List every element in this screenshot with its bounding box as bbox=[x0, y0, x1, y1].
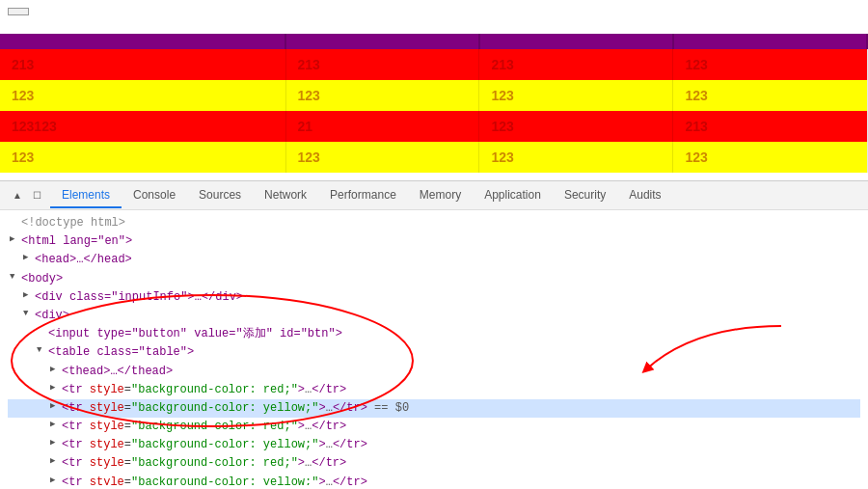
table-header-row bbox=[0, 34, 867, 49]
cell-r0-c2: 213 bbox=[479, 49, 673, 80]
cell-r1-c1: 123 bbox=[285, 80, 479, 111]
code-text: <body> bbox=[21, 270, 63, 288]
code-line-line7: <input type="button" value="添加" id="btn"… bbox=[8, 325, 860, 343]
code-line-line2: ▶<html lang="en"> bbox=[8, 232, 860, 251]
cell-r3-c1: 123 bbox=[285, 142, 479, 173]
code-line-line15: ▶<tr style="background-color: yellow;">…… bbox=[8, 474, 860, 485]
code-line-line1: <!doctype html> bbox=[8, 214, 860, 232]
code-text: <input type="button" value="添加" id="btn"… bbox=[48, 325, 342, 343]
table-row: 123123123123 bbox=[0, 80, 867, 111]
expand-triangle[interactable]: ▶ bbox=[50, 418, 62, 431]
code-lines: <!doctype html>▶<html lang="en"> ▶<head>… bbox=[8, 214, 860, 485]
tab-performance[interactable]: Performance bbox=[318, 183, 408, 208]
expand-triangle[interactable]: ▶ bbox=[50, 363, 62, 376]
table-row: 123123123123 bbox=[0, 142, 867, 173]
code-text: <tr style="background-color: red;">…</tr… bbox=[62, 418, 346, 436]
expand-triangle[interactable]: ▶ bbox=[50, 474, 62, 485]
tab-console[interactable]: Console bbox=[122, 183, 187, 208]
table-row: 213213213123 bbox=[0, 49, 867, 80]
code-line-line3: ▶<head>…</head> bbox=[8, 251, 860, 269]
cell-r3-c0: 123 bbox=[0, 142, 285, 173]
add-button[interactable] bbox=[8, 8, 29, 15]
expand-triangle[interactable]: ▼ bbox=[37, 343, 48, 357]
col-header-address bbox=[673, 34, 867, 49]
tab-elements[interactable]: Elements bbox=[50, 183, 122, 208]
tabs-container: ElementsConsoleSourcesNetworkPerformance… bbox=[50, 183, 673, 208]
expand-triangle[interactable]: ▶ bbox=[50, 454, 62, 468]
tab-network[interactable]: Network bbox=[253, 183, 318, 208]
cell-r1-c2: 123 bbox=[479, 80, 673, 111]
cell-r0-c0: 213 bbox=[0, 49, 285, 80]
cell-r1-c0: 123 bbox=[0, 80, 285, 111]
expand-triangle[interactable]: ▶ bbox=[50, 381, 62, 394]
code-text: <table class="table"> bbox=[48, 343, 194, 362]
tab-application[interactable]: Application bbox=[473, 183, 553, 208]
code-line-line8: ▼<table class="table"> bbox=[8, 343, 860, 362]
expand-triangle[interactable]: ▶ bbox=[50, 436, 62, 449]
table-row: 12312321123213 bbox=[0, 111, 867, 142]
cell-r2-c1: 21 bbox=[285, 111, 479, 142]
code-line-line12: ▶<tr style="background-color: red;">…</t… bbox=[8, 418, 860, 436]
code-text: <!doctype html> bbox=[21, 214, 125, 232]
cell-r2-c0: 123123 bbox=[0, 111, 285, 142]
cell-r1-c3: 123 bbox=[673, 80, 867, 111]
code-line-line14: ▶<tr style="background-color: red;">…</t… bbox=[8, 454, 860, 473]
code-text: <tr style="background-color: yellow;">…<… bbox=[62, 399, 409, 418]
tab-audits[interactable]: Audits bbox=[617, 183, 672, 208]
tab-security[interactable]: Security bbox=[553, 183, 617, 208]
code-text: <html lang="en"> bbox=[21, 232, 132, 251]
cell-r0-c3: 123 bbox=[673, 49, 867, 80]
expand-triangle[interactable]: ▶ bbox=[23, 251, 35, 264]
expand-triangle[interactable]: ▶ bbox=[23, 288, 35, 302]
col-header-name bbox=[0, 34, 285, 49]
code-text: <div class="inputInfo">…</div> bbox=[35, 288, 243, 307]
cell-r0-c1: 213 bbox=[285, 49, 479, 80]
col-header-email bbox=[285, 34, 479, 49]
code-line-line6: ▼<div> bbox=[8, 307, 860, 325]
code-text: <thead>…</thead> bbox=[62, 363, 173, 381]
cell-r2-c2: 123 bbox=[479, 111, 673, 142]
code-line-line13: ▶<tr style="background-color: yellow;">…… bbox=[8, 436, 860, 454]
cell-r2-c3: 213 bbox=[673, 111, 867, 142]
expand-triangle[interactable]: ▼ bbox=[23, 307, 35, 320]
devtools-code-view: <!doctype html>▶<html lang="en"> ▶<head>… bbox=[0, 210, 868, 485]
code-text: <head>…</head> bbox=[35, 251, 132, 269]
code-line-line9: ▶<thead>…</thead> bbox=[8, 363, 860, 381]
expand-triangle[interactable]: ▶ bbox=[10, 232, 21, 246]
code-text: <tr style="background-color: red;">…</tr… bbox=[62, 381, 346, 399]
expand-triangle[interactable]: ▼ bbox=[10, 270, 21, 284]
devtools-tab-bar: ▲ ☐ ElementsConsoleSourcesNetworkPerform… bbox=[0, 181, 868, 210]
code-line-line11: ▶<tr style="background-color: yellow;">…… bbox=[8, 399, 860, 418]
tab-sources[interactable]: Sources bbox=[187, 183, 253, 208]
browser-area: 2132132131231231231231231231232112321312… bbox=[0, 0, 868, 183]
expand-triangle bbox=[10, 214, 21, 232]
code-line-line4: ▼<body> bbox=[8, 270, 860, 288]
code-text: <tr style="background-color: yellow;">…<… bbox=[62, 474, 367, 485]
cell-r3-c2: 123 bbox=[479, 142, 673, 173]
expand-triangle bbox=[37, 325, 48, 343]
code-line-line10: ▶<tr style="background-color: red;">…</t… bbox=[8, 381, 860, 399]
inspect-icon[interactable]: ▲ bbox=[10, 188, 25, 204]
data-table: 2132132131231231231231231231232112321312… bbox=[0, 34, 868, 173]
expand-triangle[interactable]: ▶ bbox=[50, 399, 62, 413]
code-text: <tr style="background-color: yellow;">…<… bbox=[62, 436, 367, 454]
code-line-line5: ▶<div class="inputInfo">…</div> bbox=[8, 288, 860, 307]
code-text: <tr style="background-color: red;">…</tr… bbox=[62, 454, 346, 473]
tab-memory[interactable]: Memory bbox=[408, 183, 473, 208]
mobile-icon[interactable]: ☐ bbox=[29, 188, 44, 204]
devtools-icons: ▲ ☐ bbox=[4, 188, 50, 204]
col-header-phone bbox=[479, 34, 673, 49]
devtools-panel: ▲ ☐ ElementsConsoleSourcesNetworkPerform… bbox=[0, 180, 868, 489]
code-text: <div> bbox=[35, 307, 69, 325]
cell-r3-c3: 123 bbox=[673, 142, 867, 173]
